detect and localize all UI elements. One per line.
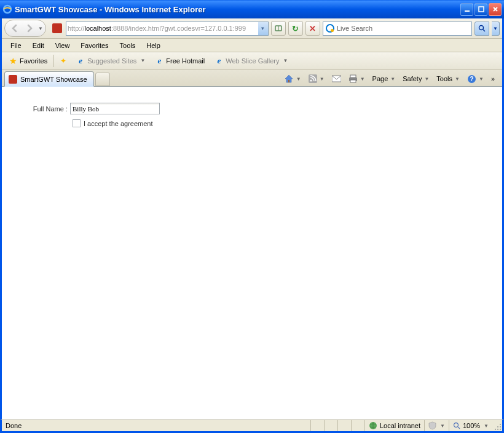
svg-rect-5	[288, 80, 289, 82]
read-mail-button[interactable]	[329, 74, 344, 84]
menu-help[interactable]: Help	[141, 41, 165, 50]
agreement-label: I accept the agreement	[84, 120, 153, 127]
titlebar: SmartGWT Showcase - Windows Internet Exp…	[0, 0, 504, 18]
fullname-row: Full Name :	[30, 103, 502, 114]
globe-icon	[369, 421, 377, 430]
maximize-button[interactable]	[474, 3, 487, 16]
browser-window: SmartGWT Showcase - Windows Internet Exp…	[0, 0, 504, 433]
svg-rect-11	[350, 80, 356, 82]
fullname-input[interactable]	[70, 103, 160, 114]
svg-point-16	[500, 424, 501, 425]
safety-menu[interactable]: Safety▼	[400, 74, 431, 84]
svg-point-18	[500, 426, 501, 427]
security-zone[interactable]: Local intranet	[365, 420, 425, 431]
ie-icon	[2, 4, 12, 14]
web-slice-link[interactable]: e Web Slice Gallery ▼	[211, 55, 291, 67]
menu-file[interactable]: File	[6, 41, 26, 50]
stop-button[interactable]: ✕	[305, 21, 320, 36]
page-content: Full Name : I accept the agreement	[0, 87, 504, 419]
svg-rect-2	[479, 7, 484, 12]
window-title: SmartGWT Showcase - Windows Internet Exp…	[15, 5, 460, 14]
svg-point-20	[497, 429, 498, 430]
status-seg-3	[338, 420, 352, 431]
free-hotmail-link[interactable]: e Free Hotmail	[151, 55, 208, 67]
rss-icon	[309, 74, 317, 83]
ie-icon: e	[155, 57, 163, 65]
print-button[interactable]: ▼	[346, 73, 368, 84]
chevron-down-icon: ▼	[140, 58, 145, 63]
home-icon	[284, 74, 294, 84]
add-favorite-button[interactable]: ✦	[57, 55, 70, 67]
suggested-sites-link[interactable]: e Suggested Sites ▼	[73, 55, 149, 67]
refresh-button[interactable]: ↻	[288, 21, 303, 36]
svg-point-15	[454, 423, 458, 427]
tab-favicon	[9, 75, 17, 84]
fullname-label: Full Name :	[30, 105, 70, 113]
mail-icon	[332, 75, 341, 82]
search-button[interactable]	[474, 22, 489, 36]
compat-button[interactable]	[271, 21, 286, 36]
page-menu[interactable]: Page▼	[370, 74, 398, 84]
status-seg-1	[311, 420, 325, 431]
tools-menu[interactable]: Tools▼	[434, 74, 462, 84]
menu-view[interactable]: View	[50, 41, 75, 50]
window-controls	[460, 3, 502, 16]
navigation-bar: ▼ http://localhost:8888/index.html?gwt.c…	[2, 18, 502, 39]
svg-point-19	[495, 429, 496, 430]
menu-edit[interactable]: Edit	[28, 41, 49, 50]
site-icon	[52, 23, 62, 33]
help-icon: ?	[467, 74, 476, 84]
svg-rect-1	[465, 10, 470, 12]
bing-icon	[326, 24, 334, 33]
svg-point-7	[310, 80, 312, 82]
menu-favorites[interactable]: Favorites	[76, 41, 113, 50]
svg-point-21	[500, 429, 501, 430]
svg-text:?: ?	[470, 76, 473, 82]
ie-icon: e	[76, 57, 85, 65]
svg-rect-9	[350, 75, 356, 77]
zoom-control[interactable]: 100% ▼	[449, 420, 492, 431]
favorites-button[interactable]: ★ Favorites	[6, 54, 51, 68]
search-placeholder: Live Search	[337, 25, 372, 32]
agreement-checkbox[interactable]	[73, 119, 81, 127]
chevron-down-icon: ▼	[484, 423, 489, 429]
back-button[interactable]	[7, 21, 22, 36]
command-bar: ▼ ▼ ▼ Page▼ Safety▼ Tools▼ ?▼ »	[282, 73, 500, 86]
feeds-button[interactable]: ▼	[306, 73, 327, 84]
svg-point-4	[479, 25, 483, 30]
home-button[interactable]: ▼	[282, 73, 304, 85]
status-bar: Done Local intranet ▼ 100% ▼	[0, 419, 504, 433]
tab-bar: SmartGWT Showcase ▼ ▼ ▼ Page▼ Safety▼ To…	[2, 70, 502, 87]
overflow-button[interactable]: »	[489, 75, 497, 82]
svg-point-0	[4, 6, 11, 13]
help-button[interactable]: ?▼	[465, 73, 486, 85]
menu-bar: File Edit View Favorites Tools Help	[2, 39, 502, 52]
ie-icon: e	[215, 57, 223, 65]
tab-smartgwt[interactable]: SmartGWT Showcase	[4, 71, 94, 87]
close-button[interactable]	[489, 3, 502, 16]
add-star-icon: ✦	[60, 57, 66, 65]
shield-icon	[428, 421, 436, 430]
chevron-down-icon: ▼	[440, 423, 445, 429]
resize-grip[interactable]	[492, 420, 502, 431]
address-bar[interactable]: http://localhost:8888/index.html?gwt.cod…	[66, 22, 269, 36]
favorites-bar: ★ Favorites ✦ e Suggested Sites ▼ e Free…	[2, 52, 502, 70]
address-dropdown[interactable]: ▾	[258, 22, 268, 35]
menu-tools[interactable]: Tools	[115, 41, 141, 50]
status-seg-4	[352, 420, 365, 431]
star-icon: ★	[9, 56, 17, 66]
nav-history-dropdown[interactable]: ▼	[38, 26, 43, 31]
agreement-row: I accept the agreement	[73, 119, 502, 127]
status-text: Done	[2, 420, 311, 431]
minimize-button[interactable]	[460, 3, 473, 16]
zoom-icon	[453, 422, 460, 429]
status-seg-2	[325, 420, 338, 431]
search-dropdown[interactable]: ▼	[492, 22, 500, 36]
svg-point-17	[497, 426, 498, 427]
protected-mode[interactable]: ▼	[425, 420, 449, 431]
chevron-down-icon: ▼	[283, 58, 288, 63]
tab-label: SmartGWT Showcase	[20, 76, 87, 83]
forward-button[interactable]	[22, 21, 37, 36]
new-tab-button[interactable]	[95, 73, 110, 86]
search-bar[interactable]: Live Search	[323, 22, 472, 36]
